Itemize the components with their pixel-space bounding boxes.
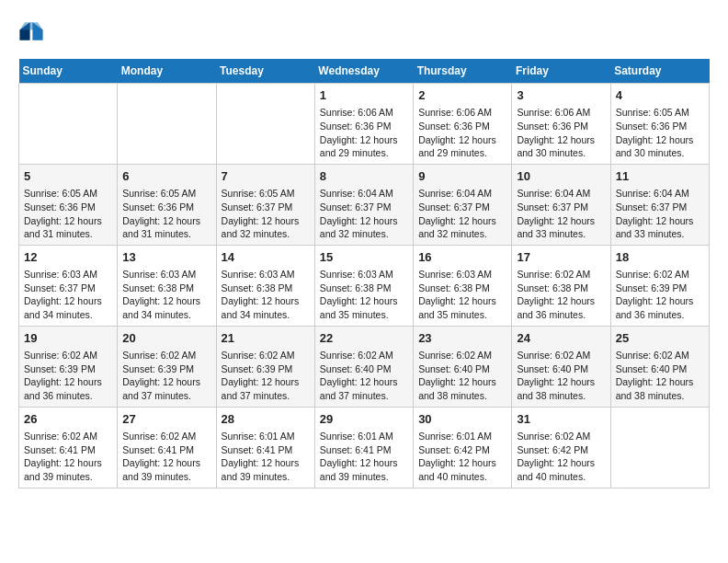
day-info: Sunrise: 6:01 AM Sunset: 6:41 PM Dayligh…: [320, 430, 408, 484]
day-number: 17: [517, 249, 605, 266]
day-info: Sunrise: 6:02 AM Sunset: 6:41 PM Dayligh…: [122, 430, 210, 484]
day-info: Sunrise: 6:04 AM Sunset: 6:37 PM Dayligh…: [616, 187, 704, 241]
logo-icon: [18, 18, 44, 44]
day-number: 26: [24, 411, 112, 428]
day-info: Sunrise: 6:03 AM Sunset: 6:38 PM Dayligh…: [320, 268, 408, 322]
day-info: Sunrise: 6:06 AM Sunset: 6:36 PM Dayligh…: [320, 106, 408, 160]
day-info: Sunrise: 6:03 AM Sunset: 6:38 PM Dayligh…: [418, 268, 506, 322]
day-number: 5: [24, 168, 112, 185]
day-number: 24: [517, 330, 605, 347]
weekday-header: Saturday: [610, 59, 709, 84]
day-number: 4: [616, 87, 704, 104]
day-number: 30: [418, 411, 506, 428]
weekday-header: Tuesday: [216, 59, 314, 84]
calendar-cell: [610, 407, 709, 488]
day-number: 21: [222, 330, 310, 347]
calendar-cell: [216, 84, 314, 165]
calendar-cell: 2Sunrise: 6:06 AM Sunset: 6:36 PM Daylig…: [414, 84, 512, 165]
day-info: Sunrise: 6:06 AM Sunset: 6:36 PM Dayligh…: [418, 106, 506, 160]
calendar-cell: 1Sunrise: 6:06 AM Sunset: 6:36 PM Daylig…: [314, 84, 413, 165]
calendar-week-row: 26Sunrise: 6:02 AM Sunset: 6:41 PM Dayli…: [19, 407, 710, 488]
day-number: 1: [320, 87, 408, 104]
weekday-header: Friday: [512, 59, 610, 84]
calendar-cell: 20Sunrise: 6:02 AM Sunset: 6:39 PM Dayli…: [118, 326, 216, 407]
calendar-cell: 28Sunrise: 6:01 AM Sunset: 6:41 PM Dayli…: [216, 407, 314, 488]
calendar-cell: 25Sunrise: 6:02 AM Sunset: 6:40 PM Dayli…: [610, 326, 709, 407]
day-number: 29: [320, 411, 408, 428]
calendar-cell: 30Sunrise: 6:01 AM Sunset: 6:42 PM Dayli…: [414, 407, 512, 488]
calendar-cell: 19Sunrise: 6:02 AM Sunset: 6:39 PM Dayli…: [19, 326, 118, 407]
day-info: Sunrise: 6:05 AM Sunset: 6:36 PM Dayligh…: [122, 187, 210, 241]
day-info: Sunrise: 6:02 AM Sunset: 6:39 PM Dayligh…: [616, 268, 704, 322]
weekday-header: Sunday: [19, 59, 118, 84]
calendar-cell: 26Sunrise: 6:02 AM Sunset: 6:41 PM Dayli…: [19, 407, 118, 488]
day-number: 16: [418, 249, 506, 266]
calendar-cell: 5Sunrise: 6:05 AM Sunset: 6:36 PM Daylig…: [19, 164, 118, 245]
day-number: 14: [222, 249, 310, 266]
day-info: Sunrise: 6:03 AM Sunset: 6:38 PM Dayligh…: [222, 268, 310, 322]
calendar-cell: 23Sunrise: 6:02 AM Sunset: 6:40 PM Dayli…: [414, 326, 512, 407]
day-number: 3: [517, 87, 605, 104]
calendar-cell: 9Sunrise: 6:04 AM Sunset: 6:37 PM Daylig…: [414, 164, 512, 245]
calendar-cell: 14Sunrise: 6:03 AM Sunset: 6:38 PM Dayli…: [216, 245, 314, 326]
calendar-cell: 12Sunrise: 6:03 AM Sunset: 6:37 PM Dayli…: [19, 245, 118, 326]
day-info: Sunrise: 6:02 AM Sunset: 6:39 PM Dayligh…: [122, 349, 210, 403]
day-info: Sunrise: 6:04 AM Sunset: 6:37 PM Dayligh…: [320, 187, 408, 241]
calendar-cell: 7Sunrise: 6:05 AM Sunset: 6:37 PM Daylig…: [216, 164, 314, 245]
day-number: 2: [418, 87, 506, 104]
day-number: 27: [122, 411, 210, 428]
day-number: 23: [418, 330, 506, 347]
day-number: 28: [222, 411, 310, 428]
calendar-week-row: 12Sunrise: 6:03 AM Sunset: 6:37 PM Dayli…: [19, 245, 710, 326]
day-number: 19: [24, 330, 112, 347]
calendar-cell: 11Sunrise: 6:04 AM Sunset: 6:37 PM Dayli…: [610, 164, 709, 245]
day-info: Sunrise: 6:02 AM Sunset: 6:39 PM Dayligh…: [222, 349, 310, 403]
day-number: 6: [122, 168, 210, 185]
calendar-cell: 3Sunrise: 6:06 AM Sunset: 6:36 PM Daylig…: [512, 84, 610, 165]
calendar-cell: 13Sunrise: 6:03 AM Sunset: 6:38 PM Dayli…: [118, 245, 216, 326]
day-info: Sunrise: 6:03 AM Sunset: 6:38 PM Dayligh…: [122, 268, 210, 322]
day-info: Sunrise: 6:03 AM Sunset: 6:37 PM Dayligh…: [24, 268, 112, 322]
calendar-cell: 24Sunrise: 6:02 AM Sunset: 6:40 PM Dayli…: [512, 326, 610, 407]
weekday-header: Monday: [118, 59, 216, 84]
calendar-table: SundayMondayTuesdayWednesdayThursdayFrid…: [18, 59, 710, 488]
day-info: Sunrise: 6:02 AM Sunset: 6:38 PM Dayligh…: [517, 268, 605, 322]
logo: [18, 18, 48, 44]
day-number: 9: [418, 168, 506, 185]
day-info: Sunrise: 6:02 AM Sunset: 6:40 PM Dayligh…: [320, 349, 408, 403]
day-number: 12: [24, 249, 112, 266]
calendar-cell: 6Sunrise: 6:05 AM Sunset: 6:36 PM Daylig…: [118, 164, 216, 245]
day-info: Sunrise: 6:02 AM Sunset: 6:40 PM Dayligh…: [616, 349, 704, 403]
calendar-week-row: 19Sunrise: 6:02 AM Sunset: 6:39 PM Dayli…: [19, 326, 710, 407]
calendar-cell: 15Sunrise: 6:03 AM Sunset: 6:38 PM Dayli…: [314, 245, 413, 326]
day-info: Sunrise: 6:02 AM Sunset: 6:40 PM Dayligh…: [517, 349, 605, 403]
calendar-cell: 27Sunrise: 6:02 AM Sunset: 6:41 PM Dayli…: [118, 407, 216, 488]
weekday-header: Wednesday: [314, 59, 413, 84]
day-info: Sunrise: 6:02 AM Sunset: 6:39 PM Dayligh…: [24, 349, 112, 403]
day-number: 13: [122, 249, 210, 266]
calendar-cell: 17Sunrise: 6:02 AM Sunset: 6:38 PM Dayli…: [512, 245, 610, 326]
day-number: 10: [517, 168, 605, 185]
calendar-cell: [118, 84, 216, 165]
calendar-cell: 22Sunrise: 6:02 AM Sunset: 6:40 PM Dayli…: [314, 326, 413, 407]
day-info: Sunrise: 6:04 AM Sunset: 6:37 PM Dayligh…: [418, 187, 506, 241]
day-info: Sunrise: 6:01 AM Sunset: 6:41 PM Dayligh…: [222, 430, 310, 484]
day-info: Sunrise: 6:02 AM Sunset: 6:42 PM Dayligh…: [517, 430, 605, 484]
day-info: Sunrise: 6:04 AM Sunset: 6:37 PM Dayligh…: [517, 187, 605, 241]
page-header: [18, 18, 710, 44]
calendar-cell: 8Sunrise: 6:04 AM Sunset: 6:37 PM Daylig…: [314, 164, 413, 245]
calendar-cell: 31Sunrise: 6:02 AM Sunset: 6:42 PM Dayli…: [512, 407, 610, 488]
weekday-header-row: SundayMondayTuesdayWednesdayThursdayFrid…: [19, 59, 710, 84]
day-info: Sunrise: 6:02 AM Sunset: 6:40 PM Dayligh…: [418, 349, 506, 403]
day-number: 8: [320, 168, 408, 185]
calendar-cell: 21Sunrise: 6:02 AM Sunset: 6:39 PM Dayli…: [216, 326, 314, 407]
day-info: Sunrise: 6:01 AM Sunset: 6:42 PM Dayligh…: [418, 430, 506, 484]
day-info: Sunrise: 6:05 AM Sunset: 6:37 PM Dayligh…: [222, 187, 310, 241]
calendar-cell: 4Sunrise: 6:05 AM Sunset: 6:36 PM Daylig…: [610, 84, 709, 165]
day-info: Sunrise: 6:05 AM Sunset: 6:36 PM Dayligh…: [24, 187, 112, 241]
calendar-cell: [19, 84, 118, 165]
day-number: 25: [616, 330, 704, 347]
day-number: 7: [222, 168, 310, 185]
weekday-header: Thursday: [414, 59, 512, 84]
day-number: 31: [517, 411, 605, 428]
